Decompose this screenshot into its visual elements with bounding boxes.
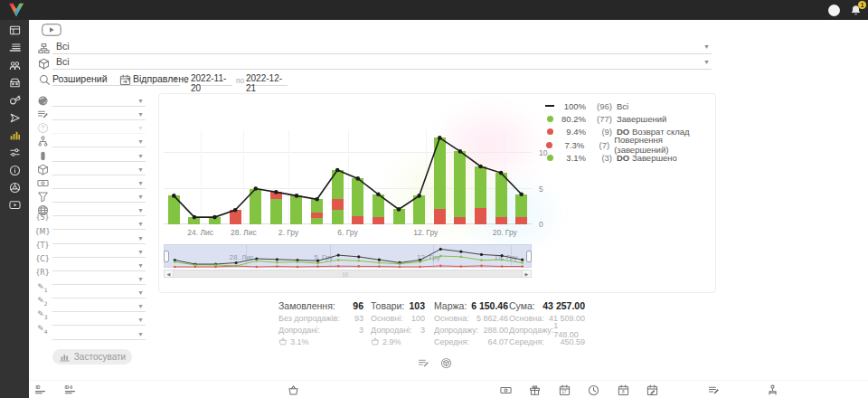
scroll-left-button[interactable]: ◀ — [165, 270, 174, 277]
navigator-left-handle[interactable] — [164, 251, 169, 262]
filter-select-line[interactable] — [52, 232, 146, 244]
sidebar-item-list[interactable] — [0, 39, 29, 56]
notifications-bell[interactable]: 1 — [850, 4, 863, 17]
id-lines-icon: ID — [34, 384, 46, 396]
filter-row-brace-M[interactable]: {M}▼ — [36, 232, 146, 245]
filter-row-badge[interactable]: ▼ — [36, 149, 146, 163]
toggle-lines[interactable] — [418, 356, 429, 373]
filter-row-brace-S[interactable]: {S}▼ — [36, 217, 146, 231]
toolbar-id-zero[interactable]: ID-0 — [64, 384, 76, 398]
toolbar-id-lines[interactable]: ID — [34, 384, 46, 398]
sidebar-item-dashboard[interactable] — [0, 22, 29, 39]
filter-row-help[interactable]: ▼ — [36, 121, 146, 135]
filter-row-brace-R[interactable]: {R}▼ — [36, 272, 146, 286]
filter-row-cube[interactable]: ▼ — [36, 163, 146, 176]
filter-row-pen-4[interactable]: ✎4▼ — [36, 327, 146, 341]
chart-scrollbar[interactable]: ◀ ||| ▶ — [164, 270, 532, 278]
legend-item[interactable]: 100%(96)Всі — [542, 100, 715, 112]
toolbar-calendar-8[interactable]: 8 — [618, 384, 629, 398]
toolbar-calendar-pen[interactable] — [646, 384, 658, 398]
sidebar-item-sliders[interactable] — [0, 144, 29, 161]
bar-segment-green — [332, 170, 344, 199]
filter-select-line[interactable] — [52, 176, 146, 189]
chevron-down-icon: ▼ — [137, 235, 144, 242]
filter-select-line[interactable] — [52, 272, 146, 285]
legend-marker-icon — [542, 142, 556, 148]
x-axis-label: 2. Гру — [269, 228, 308, 237]
bar-segment-red — [495, 217, 507, 224]
sidebar-item-wheel[interactable] — [0, 179, 29, 196]
toolbar-gift[interactable] — [529, 384, 541, 398]
stats-title: Товари: — [371, 300, 404, 311]
filter-row-lines[interactable]: ▼ — [36, 108, 146, 121]
filter-row-brace-C[interactable]: {C}▼ — [36, 259, 146, 272]
stats-icon — [9, 129, 21, 141]
filter-select-line[interactable] — [52, 190, 146, 203]
sidebar-item-send[interactable] — [0, 109, 29, 126]
filter-row-banknote[interactable]: ▼ — [36, 176, 146, 190]
filter-row-pen-1[interactable]: ✎1▼ — [36, 286, 146, 299]
stats-title: Сума: — [509, 300, 535, 311]
filter-select-line[interactable] — [52, 204, 146, 216]
scrollbar-grip[interactable]: ||| — [343, 271, 349, 277]
apply-button[interactable]: Застосувати — [52, 349, 132, 365]
toolbar-banknote[interactable] — [500, 384, 512, 398]
filter-select-line[interactable] — [52, 286, 146, 298]
toggle-package-circle[interactable] — [440, 356, 452, 373]
toolbar-lines[interactable] — [708, 384, 720, 398]
app-logo-icon — [6, 2, 26, 22]
filter-select-line[interactable] — [52, 135, 146, 147]
filter-select-line[interactable] — [52, 259, 146, 271]
filter-select-line[interactable] — [52, 94, 146, 107]
filter-select-line[interactable] — [52, 299, 146, 312]
list-icon — [9, 42, 21, 53]
legend-percent: 9.4% — [559, 127, 586, 137]
filter-select-line[interactable] — [52, 245, 146, 258]
sidebar-item-info[interactable] — [0, 161, 29, 178]
scroll-right-button[interactable]: ▶ — [522, 270, 531, 277]
filter-row-pen-2[interactable]: ✎2▼ — [36, 299, 146, 313]
status-group-select[interactable]: Всі ▼ — [52, 40, 712, 54]
date-type-select[interactable]: Відправлене ▼ — [119, 72, 180, 86]
toolbar-person-flow[interactable] — [767, 384, 778, 398]
bar-segment-green — [393, 209, 405, 224]
filter-select-line[interactable] — [52, 327, 146, 340]
chevron-down-icon: ▼ — [137, 98, 144, 104]
navigator-right-handle[interactable] — [526, 251, 532, 262]
chart-plot — [164, 130, 532, 224]
tour-play-button[interactable] — [42, 24, 61, 40]
promo-icon — [9, 94, 21, 106]
sidebar-item-video[interactable] — [0, 196, 29, 213]
date-to-input[interactable]: 2022-12-21 — [246, 72, 288, 86]
filter-row-globe-wire[interactable]: ▼ — [36, 204, 146, 217]
sidebar-item-promo[interactable] — [0, 91, 29, 109]
filter-select-line[interactable] — [52, 313, 146, 326]
bar-segment-red — [475, 208, 486, 224]
toolbar-clock[interactable] — [588, 384, 599, 398]
sidebar-item-stats[interactable] — [0, 127, 29, 144]
sidebar-item-users[interactable] — [0, 57, 29, 74]
calendar-17-icon: 17 — [559, 384, 571, 396]
chart-navigator[interactable]: 28. Лис5. Гру12. Гру19. Гру — [164, 244, 532, 268]
chevron-down-icon: ▼ — [137, 249, 144, 255]
legend-label: Всі — [617, 101, 628, 111]
filter-row-sitemap[interactable]: ▼ — [36, 135, 146, 148]
product-select[interactable]: Всі ▼ — [52, 55, 712, 70]
toolbar-basket[interactable] — [288, 384, 299, 398]
filter-row-brace-T[interactable]: {T}▼ — [36, 245, 146, 259]
filter-row-pen-3[interactable]: ✎3▼ — [36, 313, 146, 327]
filter-select-line[interactable] — [52, 108, 146, 120]
toolbar-calendar-17[interactable]: 17 — [559, 384, 571, 398]
sidebar-item-store[interactable] — [0, 74, 29, 91]
chart-bar — [332, 170, 344, 224]
avatar[interactable] — [828, 5, 840, 16]
legend-item[interactable]: 7.3%(7)Повернення (завершений) — [542, 138, 715, 151]
filter-select-line[interactable] — [52, 217, 146, 230]
legend-item[interactable]: 80.2%(77)Завершений — [542, 112, 715, 125]
filter-select-line[interactable] — [52, 149, 146, 162]
filter-row-globe-dark[interactable]: ▼ — [36, 94, 146, 108]
filter-select-line[interactable] — [52, 121, 146, 134]
filter-select-line[interactable] — [52, 163, 146, 175]
date-from-input[interactable]: 2022-11-20 — [191, 72, 232, 86]
filter-row-funnel[interactable]: ▼ — [36, 190, 146, 204]
